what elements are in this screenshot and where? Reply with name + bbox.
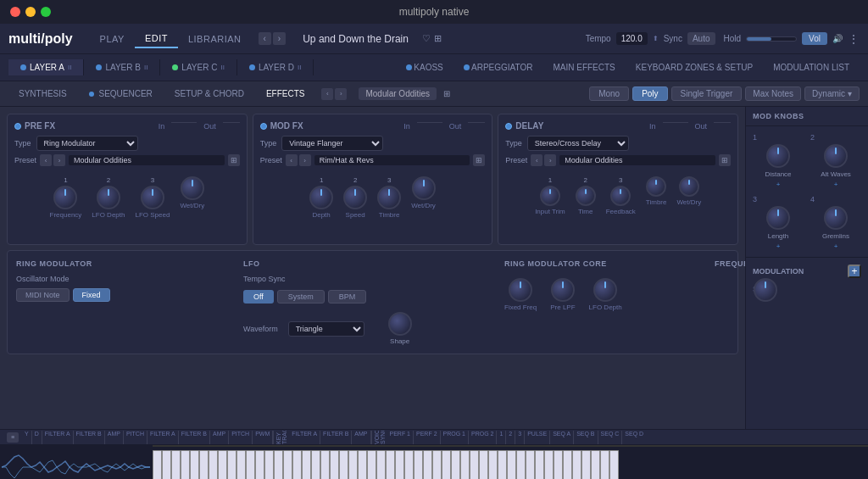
effects-tab[interactable]: EFFECTS bbox=[256, 86, 315, 101]
midi-note-button[interactable]: MIDI Note bbox=[16, 288, 70, 302]
nav-play[interactable]: PLAY bbox=[90, 31, 135, 47]
delay-power-dot[interactable] bbox=[505, 123, 512, 130]
white-key[interactable] bbox=[609, 450, 619, 479]
pre-lpf-knob[interactable] bbox=[551, 278, 575, 302]
white-key[interactable] bbox=[386, 450, 395, 479]
white-key[interactable] bbox=[218, 450, 227, 479]
white-key[interactable] bbox=[339, 450, 348, 479]
white-key[interactable] bbox=[246, 450, 255, 479]
single-trigger-button[interactable]: Single Trigger bbox=[671, 86, 743, 101]
mod-fx-power-dot[interactable] bbox=[260, 123, 267, 130]
maximize-button[interactable] bbox=[41, 7, 51, 17]
fixed-button[interactable]: Fixed bbox=[73, 288, 110, 302]
white-key[interactable] bbox=[460, 450, 470, 479]
mod-fx-preset-next[interactable]: › bbox=[299, 154, 311, 166]
pre-fx-save-icon[interactable]: ⊞ bbox=[228, 154, 240, 166]
delay-type-select[interactable]: Stereo/Cross Delay bbox=[527, 136, 629, 151]
white-key[interactable] bbox=[600, 450, 609, 479]
favorite-icon[interactable]: ♡ bbox=[422, 33, 431, 44]
waveform-select[interactable]: Triangle Sine Square bbox=[288, 321, 364, 337]
white-key[interactable] bbox=[274, 450, 283, 479]
mod-fx-save-icon[interactable]: ⊞ bbox=[473, 154, 485, 166]
white-key[interactable] bbox=[264, 450, 274, 479]
layer-tab-c[interactable]: LAYER C II bbox=[160, 59, 237, 75]
white-key[interactable] bbox=[432, 450, 442, 479]
white-key[interactable] bbox=[395, 450, 404, 479]
white-key[interactable] bbox=[479, 450, 488, 479]
layer-tab-d[interactable]: LAYER D II bbox=[237, 59, 314, 75]
white-key[interactable] bbox=[507, 450, 516, 479]
white-key[interactable] bbox=[190, 450, 199, 479]
poly-button[interactable]: Poly bbox=[632, 86, 667, 101]
white-key[interactable] bbox=[283, 450, 292, 479]
fixed-freq-knob[interactable] bbox=[509, 278, 532, 302]
delay-time-knob[interactable] bbox=[576, 186, 596, 206]
hold-slider[interactable] bbox=[746, 36, 797, 42]
dynamic-button[interactable]: Dynamic ▾ bbox=[804, 86, 860, 101]
arpeggiator-tab[interactable]: ARPEGGIATOR bbox=[453, 59, 543, 75]
effects-next-button[interactable]: › bbox=[335, 88, 347, 100]
white-key[interactable] bbox=[451, 450, 460, 479]
white-key[interactable] bbox=[199, 450, 209, 479]
max-notes-button[interactable]: Max Notes bbox=[745, 86, 801, 101]
white-key[interactable] bbox=[181, 450, 190, 479]
white-key[interactable] bbox=[330, 450, 339, 479]
white-key[interactable] bbox=[311, 450, 320, 479]
white-key[interactable] bbox=[404, 450, 414, 479]
tempo-off-button[interactable]: Off bbox=[243, 290, 274, 304]
white-key[interactable] bbox=[255, 450, 264, 479]
white-key[interactable] bbox=[442, 450, 451, 479]
delay-timbre-knob[interactable] bbox=[646, 176, 666, 197]
modulation-list-tab[interactable]: MODULATION LIST bbox=[763, 59, 860, 75]
close-button[interactable] bbox=[10, 7, 20, 17]
pre-fx-wet-dry-knob[interactable] bbox=[181, 176, 204, 200]
delay-input-trim-knob[interactable] bbox=[540, 186, 560, 206]
white-key[interactable] bbox=[414, 450, 423, 479]
effects-prev-button[interactable]: ‹ bbox=[321, 88, 333, 100]
piano-keys-container[interactable]: // Generate piano keys dynamically bbox=[153, 445, 868, 479]
mod-fx-type-select[interactable]: Vintage Flanger bbox=[281, 136, 383, 151]
white-key[interactable] bbox=[488, 450, 498, 479]
sequencer-tab[interactable]: SEQUENCER bbox=[79, 86, 163, 101]
white-key[interactable] bbox=[581, 450, 591, 479]
pre-fx-preset-prev[interactable]: ‹ bbox=[40, 154, 52, 166]
pre-fx-lfo-speed-knob[interactable] bbox=[141, 186, 164, 209]
white-key[interactable] bbox=[526, 450, 535, 479]
tempo-system-button[interactable]: System bbox=[277, 290, 325, 304]
save-preset-icon[interactable]: ⊞ bbox=[443, 89, 450, 98]
pre-fx-frequency-knob[interactable] bbox=[53, 186, 77, 209]
delay-save-icon[interactable]: ⊞ bbox=[719, 154, 731, 166]
delay-preset-next[interactable]: › bbox=[544, 154, 556, 166]
frequency-knob[interactable] bbox=[754, 278, 777, 302]
mod-fx-wet-dry-knob[interactable] bbox=[412, 176, 436, 200]
white-key[interactable] bbox=[171, 450, 181, 479]
layer-tab-a[interactable]: LAYER A II bbox=[8, 59, 84, 75]
main-effects-tab[interactable]: MAIN EFFECTS bbox=[542, 59, 625, 75]
white-key[interactable] bbox=[209, 450, 218, 479]
pre-fx-type-select[interactable]: Ring Modulator bbox=[36, 136, 138, 151]
mod-fx-speed-knob[interactable] bbox=[343, 186, 367, 209]
nav-librarian[interactable]: LIBRARIAN bbox=[178, 31, 252, 47]
kaoss-tab[interactable]: KAOSS bbox=[396, 59, 453, 75]
mono-button[interactable]: Mono bbox=[589, 86, 629, 101]
mod-knob-4-knob[interactable] bbox=[824, 206, 848, 230]
mod-knob-2-knob[interactable] bbox=[824, 144, 848, 168]
sync-button[interactable]: Auto bbox=[687, 32, 715, 45]
white-key[interactable] bbox=[498, 450, 507, 479]
mod-fx-preset-prev[interactable]: ‹ bbox=[286, 154, 298, 166]
save-icon[interactable]: ⊞ bbox=[434, 33, 442, 44]
white-key[interactable] bbox=[162, 450, 171, 479]
pre-fx-lfo-depth-knob[interactable] bbox=[97, 186, 120, 209]
minimize-button[interactable] bbox=[25, 7, 36, 17]
white-key[interactable] bbox=[227, 450, 236, 479]
white-key[interactable] bbox=[292, 450, 302, 479]
white-key[interactable] bbox=[591, 450, 600, 479]
white-key[interactable] bbox=[470, 450, 479, 479]
white-key[interactable] bbox=[535, 450, 544, 479]
mod-fx-timbre-knob[interactable] bbox=[377, 186, 401, 209]
shape-knob[interactable] bbox=[388, 312, 412, 336]
white-key[interactable] bbox=[358, 450, 367, 479]
tempo-up-down[interactable]: ⬆ bbox=[653, 35, 659, 42]
vol-button[interactable]: Vol bbox=[802, 32, 827, 45]
delay-feedback-knob[interactable] bbox=[610, 186, 631, 206]
